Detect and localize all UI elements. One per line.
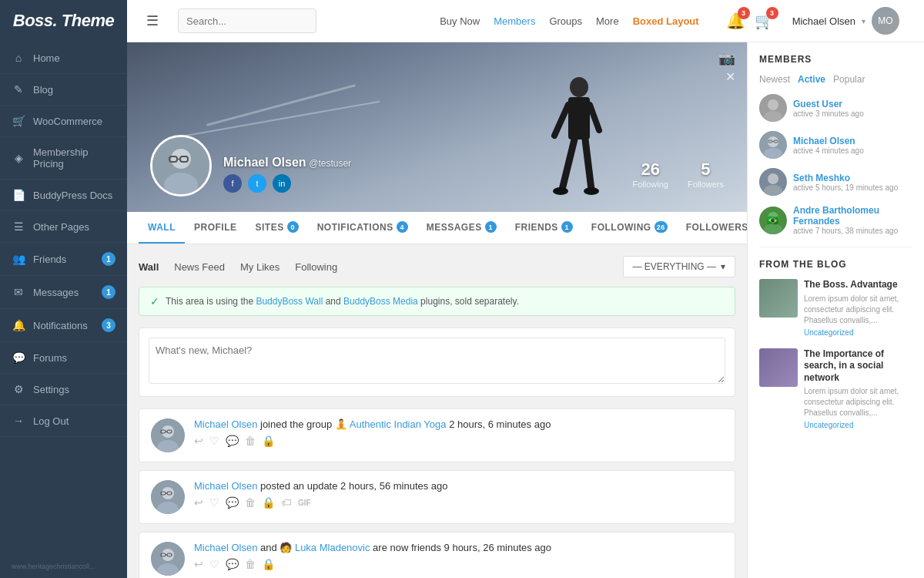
notif-count: 4 (397, 221, 408, 233)
activity-actions: ↩ ♡ 💬 🗑 🔒 (194, 435, 723, 447)
subnav-mylikes[interactable]: My Likes (240, 261, 280, 273)
like-icon[interactable]: ♡ (209, 496, 219, 509)
activity-group-link[interactable]: Authentic Indian Yoga (350, 418, 447, 430)
comment-icon[interactable]: 💬 (226, 558, 239, 570)
tab-following[interactable]: FOLLOWING 26 (582, 212, 677, 244)
topbar-icons: 🔔 3 🛒 3 Michael Olsen ▾ MO (726, 7, 909, 35)
nav-buy-now[interactable]: Buy Now (440, 15, 480, 27)
hamburger-button[interactable]: ☰ (142, 8, 162, 33)
sidebar-label: Settings (33, 384, 116, 395)
svg-rect-1 (568, 97, 590, 139)
tab-profile[interactable]: PROFILE (185, 213, 246, 244)
comment-icon[interactable]: 💬 (226, 435, 239, 447)
buddyboss-wall-link[interactable]: BuddyBoss Wall (256, 296, 323, 307)
sidebar-item-friends[interactable]: 👥 Friends 1 (0, 243, 127, 276)
reply-icon[interactable]: ↩ (194, 435, 203, 447)
tab-messages[interactable]: MESSAGES 1 (417, 212, 506, 244)
delete-icon[interactable]: 🗑 (245, 496, 256, 509)
gif-icon[interactable]: GIF (298, 499, 311, 507)
nav-boxed-layout[interactable]: Boxed Layout (633, 15, 699, 27)
activity-actions: ↩ ♡ 💬 🗑 🔒 (194, 558, 723, 570)
activity-avatar (151, 480, 185, 514)
sidebar-item-logout[interactable]: → Log Out (0, 405, 127, 437)
profile-info: Michael Olsen @testuser f t in (223, 156, 351, 197)
twitter-link[interactable]: t (248, 174, 266, 193)
member-info: Andre Bartholomeu Fernandes active 7 hou… (793, 205, 912, 235)
reply-icon[interactable]: ↩ (194, 496, 203, 509)
tab-friends[interactable]: FRIENDS 1 (506, 212, 582, 244)
followers-count: 5 (688, 160, 724, 180)
sidebar-item-buddypress-docs[interactable]: 📄 BuddyPress Docs (0, 180, 127, 211)
post-textarea[interactable] (149, 338, 725, 384)
tab-followers[interactable]: FOLLOWERS 5 (677, 212, 747, 244)
subnav-newsfeed[interactable]: News Feed (174, 261, 225, 273)
sidebar-item-messages[interactable]: ✉ Messages 1 (0, 276, 127, 309)
members-tab-active[interactable]: Active (798, 74, 825, 85)
everything-dropdown[interactable]: — EVERYTHING — ▾ (623, 256, 735, 277)
blog-title[interactable]: The Importance of search, in a social ne… (804, 348, 912, 385)
members-tab-popular[interactable]: Popular (833, 74, 865, 85)
member-name[interactable]: Michael Olsen (793, 136, 912, 146)
cover-close-icon[interactable]: ✕ (725, 69, 735, 84)
tab-sites[interactable]: SITES 0 (246, 212, 308, 244)
sidebar-item-woocommerce[interactable]: 🛒 WooCommerce (0, 106, 127, 137)
blog-title[interactable]: The Boss. Advantage (804, 279, 912, 291)
sidebar-item-blog[interactable]: ✎ Blog (0, 74, 127, 106)
blog-category[interactable]: Uncategorized (804, 328, 912, 337)
member-item: 🇧🇷 Andre Bartholomeu Fernandes active 7 … (759, 205, 912, 235)
settings-icon: ⚙ (12, 383, 25, 395)
search-input[interactable] (178, 8, 316, 33)
tab-notifications[interactable]: NOTIFICATIONS 4 (308, 212, 417, 244)
subnav-wall[interactable]: Wall (139, 261, 159, 273)
member-item: Seth Meshko active 5 hours, 19 minutes a… (759, 168, 912, 196)
sidebar-item-home[interactable]: ⌂ Home (0, 42, 127, 74)
sidebar-item-other-pages[interactable]: ☰ Other Pages (0, 211, 127, 243)
tab-wall[interactable]: WALL (139, 213, 185, 244)
activity-user-link[interactable]: Michael Olsen (194, 542, 257, 553)
sidebar-item-settings[interactable]: ⚙ Settings (0, 374, 127, 405)
cover-camera-icon[interactable]: 📷 (718, 50, 735, 67)
blog-item: The Importance of search, in a social ne… (759, 348, 912, 430)
buddyboss-media-link[interactable]: BuddyBoss Media (343, 296, 418, 307)
subnav-following[interactable]: Following (295, 261, 337, 273)
blog-category[interactable]: Uncategorized (804, 421, 912, 429)
like-icon[interactable]: ♡ (209, 435, 219, 447)
notifications-bell[interactable]: 🔔 3 (726, 12, 745, 30)
lock-icon[interactable]: 🔒 (262, 558, 275, 570)
member-name[interactable]: Andre Bartholomeu Fernandes (793, 205, 912, 227)
activity-friend-link[interactable]: Luka Mladenovic (295, 542, 370, 553)
member-status: active 7 hours, 38 minutes ago (793, 227, 912, 235)
sidebar-item-forums[interactable]: 💬 Forums (0, 342, 127, 374)
tag-icon[interactable]: 🏷 (281, 496, 292, 509)
activity-user-link[interactable]: Michael Olsen (194, 480, 257, 492)
delete-icon[interactable]: 🗑 (245, 435, 256, 447)
like-icon[interactable]: ♡ (209, 558, 219, 570)
member-name[interactable]: Guest User (793, 99, 912, 109)
user-menu[interactable]: Michael Olsen ▾ MO (783, 7, 909, 35)
members-tab-newest[interactable]: Newest (759, 74, 790, 85)
sidebar-item-notifications[interactable]: 🔔 Notifications 3 (0, 309, 127, 342)
lock-icon[interactable]: 🔒 (262, 435, 275, 447)
cover-figure (547, 70, 608, 212)
msg-count: 1 (485, 221, 497, 233)
delete-icon[interactable]: 🗑 (245, 558, 256, 570)
svg-point-36 (768, 136, 778, 147)
docs-icon: 📄 (12, 189, 25, 201)
nav-groups[interactable]: Groups (549, 15, 582, 27)
blog-icon: ✎ (12, 83, 25, 96)
facebook-link[interactable]: f (223, 174, 242, 193)
reply-icon[interactable]: ↩ (194, 558, 203, 570)
cart-button[interactable]: 🛒 3 (755, 12, 774, 30)
comment-icon[interactable]: 💬 (226, 496, 239, 509)
linkedin-link[interactable]: in (273, 174, 291, 193)
nav-more[interactable]: More (596, 15, 619, 27)
sidebar-item-membership[interactable]: ◈ Membership Pricing (0, 137, 127, 180)
member-avatar (759, 168, 787, 196)
lock-icon[interactable]: 🔒 (262, 496, 275, 509)
wall-content: Wall News Feed My Likes Following — EVER… (127, 244, 747, 578)
member-name[interactable]: Seth Meshko (793, 173, 912, 183)
notifications-icon: 🔔 (12, 319, 25, 331)
activity-user-link[interactable]: Michael Olsen (194, 418, 257, 430)
nav-members[interactable]: Members (494, 15, 535, 27)
sidebar: ⌂ Home ✎ Blog 🛒 WooCommerce ◈ Membership… (0, 42, 127, 578)
